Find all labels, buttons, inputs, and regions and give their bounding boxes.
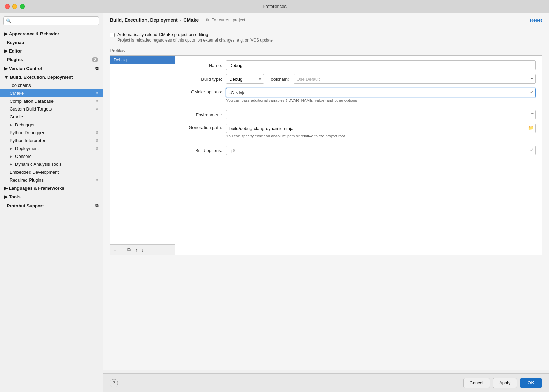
sidebar-item-keymap[interactable]: Keymap xyxy=(0,38,103,47)
close-button[interactable] xyxy=(5,4,10,9)
sidebar-item-dynamic-analysis-tools[interactable]: ▶ Dynamic Analysis Tools xyxy=(0,160,103,168)
main-container: 🔍 ▶ Appearance & Behavior Keymap ▶ Edito… xyxy=(0,13,549,392)
action-buttons: Cancel Apply OK xyxy=(463,378,542,388)
sidebar-item-compilation-db[interactable]: Compilation Database ⧉ xyxy=(0,97,103,105)
sidebar-item-deployment[interactable]: ▶ Deployment ⧉ xyxy=(0,145,103,152)
gen-path-container: 📁 You can specify either an absolute pat… xyxy=(226,124,536,141)
profiles-list-body: Debug xyxy=(110,56,175,244)
horizontal-scrollbar[interactable] xyxy=(103,370,549,373)
bottom-bar: ? Cancel Apply OK xyxy=(103,373,549,392)
cmake-options-input[interactable] xyxy=(226,88,536,97)
profile-item-debug[interactable]: Debug xyxy=(110,56,175,64)
profiles-container: Debug + − ⧉ ↑ ↓ Name: xyxy=(110,55,542,255)
sidebar-item-label: Dynamic Analysis Tools xyxy=(15,162,62,167)
sidebar-item-python-debugger[interactable]: Python Debugger ⧉ xyxy=(0,129,103,137)
apply-button[interactable]: Apply xyxy=(493,378,517,388)
ok-button[interactable]: OK xyxy=(520,378,542,388)
maximize-button[interactable] xyxy=(20,4,25,9)
cmake-options-label: CMake options: xyxy=(182,88,226,94)
form-area: Name: Build type: Debug ▼ xyxy=(175,56,542,255)
sidebar-item-protobuf-support[interactable]: Protobuf Support ⧉ xyxy=(0,201,103,210)
build-options-input[interactable] xyxy=(226,146,536,155)
copy-icon: ⧉ xyxy=(96,130,98,135)
sidebar-item-label: Required Plugins xyxy=(10,177,44,183)
build-type-label: Build type: xyxy=(182,77,226,82)
environment-row: Environment: ≡ xyxy=(182,110,536,119)
reset-button[interactable]: Reset xyxy=(530,18,542,23)
cmake-options-row: CMake options: ⤢ You can pass additional… xyxy=(182,88,536,106)
profiles-list: Debug + − ⧉ ↑ ↓ xyxy=(110,56,175,255)
edit-icon: ≡ xyxy=(531,112,534,117)
sidebar-item-editor[interactable]: ▶ Editor xyxy=(0,47,103,55)
sidebar-item-label: Python Debugger xyxy=(10,130,44,135)
remove-profile-button[interactable]: − xyxy=(119,246,125,253)
sidebar-item-label: Appearance & Behavior xyxy=(9,31,59,36)
build-type-select[interactable]: Debug xyxy=(226,74,264,84)
toolchain-label: Toolchain: xyxy=(269,77,289,82)
copy-icon: ⧉ xyxy=(96,138,98,143)
window-title: Preferences xyxy=(262,4,287,9)
auto-reload-checkbox[interactable] xyxy=(110,33,115,37)
minimize-button[interactable] xyxy=(12,4,17,9)
breadcrumb-parent: Build, Execution, Deployment xyxy=(110,17,178,23)
sidebar: 🔍 ▶ Appearance & Behavior Keymap ▶ Edito… xyxy=(0,13,103,392)
generation-path-hint: You can specify either an absolute path … xyxy=(226,134,536,138)
cancel-button[interactable]: Cancel xyxy=(463,378,490,388)
sidebar-item-label: Console xyxy=(15,154,32,159)
sidebar-item-python-interpreter[interactable]: Python Interpreter ⧉ xyxy=(0,137,103,145)
sidebar-item-languages-frameworks[interactable]: ▶ Languages & Frameworks xyxy=(0,184,103,193)
sidebar-item-appearance[interactable]: ▶ Appearance & Behavior xyxy=(0,30,103,38)
sidebar-item-console[interactable]: ▶ Console xyxy=(0,152,103,160)
for-project: 🗎 For current project xyxy=(206,18,245,22)
profiles-toolbar: + − ⧉ ↑ ↓ xyxy=(110,244,175,255)
expand-icon: ⤢ xyxy=(530,147,534,152)
copy-profile-button[interactable]: ⧉ xyxy=(126,246,132,253)
move-up-button[interactable]: ↑ xyxy=(133,246,139,253)
sidebar-item-toolchains[interactable]: Toolchains xyxy=(0,81,103,89)
generation-path-label: Generation path: xyxy=(182,124,226,130)
sidebar-item-required-plugins[interactable]: Required Plugins ⧉ xyxy=(0,176,103,184)
name-label: Name: xyxy=(182,63,226,68)
sidebar-item-custom-build-targets[interactable]: Custom Build Targets ⧉ xyxy=(0,105,103,113)
cmake-options-hint: You can pass additional variables (-DVAR… xyxy=(226,98,536,102)
content-body: Automatically reload CMake project on ed… xyxy=(103,26,549,370)
generation-path-input[interactable] xyxy=(226,124,536,133)
sidebar-item-label: Plugins xyxy=(7,57,23,62)
sidebar-item-tools[interactable]: ▶ Tools xyxy=(0,193,103,201)
sidebar-item-version-control[interactable]: ▶ Version Control ⧉ xyxy=(0,64,103,73)
titlebar: Preferences xyxy=(0,0,549,13)
search-input[interactable] xyxy=(3,16,99,25)
sidebar-item-debugger[interactable]: ▶ Debugger xyxy=(0,121,103,129)
auto-reload-row: Automatically reload CMake project on ed… xyxy=(110,32,542,43)
sidebar-item-label: CMake xyxy=(10,91,24,96)
build-options-label: Build options: xyxy=(182,148,226,153)
chevron-right-icon: ▶ xyxy=(10,154,14,158)
sidebar-item-label: Keymap xyxy=(7,40,24,45)
sidebar-item-embedded-development[interactable]: Embedded Development xyxy=(0,168,103,176)
chevron-right-icon: ▶ xyxy=(10,123,14,127)
plugins-badge: 2 xyxy=(92,57,98,62)
environment-input[interactable] xyxy=(226,110,536,119)
toolchain-select[interactable]: Use Default xyxy=(294,74,536,84)
copy-icon: ⧉ xyxy=(95,203,98,208)
content-header: Build, Execution, Deployment › CMake 🗎 F… xyxy=(103,13,549,26)
name-input[interactable] xyxy=(226,60,536,70)
move-down-button[interactable]: ↓ xyxy=(140,246,145,253)
sidebar-item-build-exec-deploy[interactable]: ▼ Build, Execution, Deployment xyxy=(0,73,103,81)
sidebar-item-plugins[interactable]: Plugins 2 xyxy=(0,55,103,64)
sidebar-item-label: Version Control xyxy=(9,66,42,71)
sidebar-item-label: Languages & Frameworks xyxy=(9,186,65,191)
sidebar-item-label: Python Interpreter xyxy=(10,138,45,143)
search-box[interactable]: 🔍 xyxy=(3,16,99,25)
content-area: Build, Execution, Deployment › CMake 🗎 F… xyxy=(103,13,549,392)
add-profile-button[interactable]: + xyxy=(112,246,118,253)
sidebar-item-cmake[interactable]: CMake ⧉ xyxy=(0,89,103,97)
sidebar-item-label: Build, Execution, Deployment xyxy=(10,74,73,80)
sidebar-item-gradle[interactable]: Gradle xyxy=(0,113,103,121)
auto-reload-text: Automatically reload CMake project on ed… xyxy=(117,32,273,43)
copy-icon: ⧉ xyxy=(96,107,98,111)
build-opts-wrapper: ⤢ xyxy=(226,146,536,155)
help-button[interactable]: ? xyxy=(110,379,118,387)
toolchain-select-wrapper: Use Default ▼ xyxy=(294,74,536,84)
gen-path-wrapper: 📁 xyxy=(226,124,536,133)
